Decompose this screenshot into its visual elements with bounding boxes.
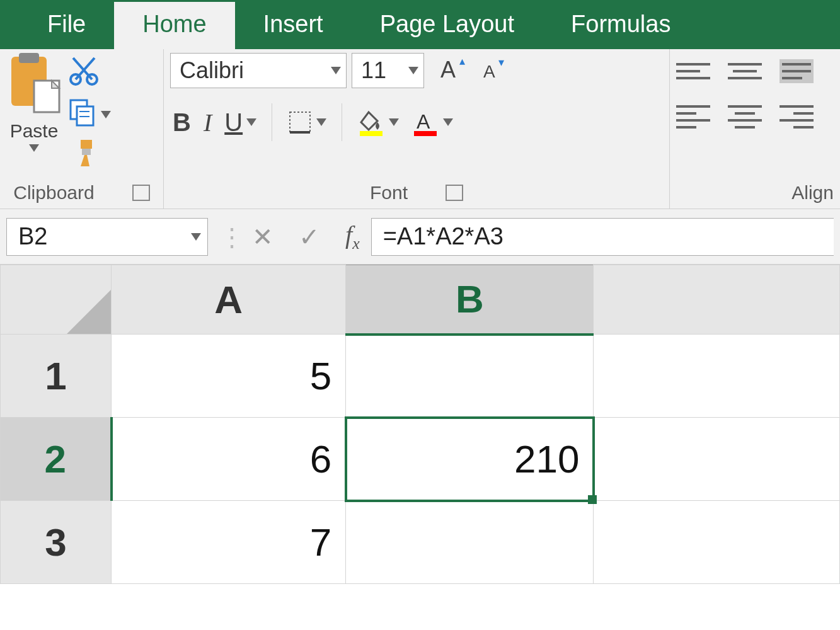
svg-rect-11 [81,140,92,149]
cell-b2[interactable]: 210 [346,418,594,501]
clipboard-group-label: Clipboard [13,182,94,203]
fill-handle[interactable] [588,495,597,504]
name-box[interactable]: B2 [6,218,208,256]
fill-color-button[interactable] [357,108,399,136]
ribbon-tab-strip: File Home Insert Page Layout Formulas [0,0,840,49]
column-header-a[interactable]: A [112,265,346,335]
formula-bar: B2 ⋮ ✕ ✓ fx =A1*A2*A3 [0,209,840,265]
font-size-combo[interactable]: 11 [352,53,424,88]
paintbrush-icon [68,137,100,173]
select-all-corner[interactable] [1,265,112,335]
separator [272,103,272,141]
svg-line-5 [76,58,95,79]
svg-text:▾: ▾ [498,56,504,69]
copy-icon [68,98,97,131]
scissors-icon [68,55,100,91]
align-center-icon[interactable] [728,105,762,129]
font-color-button[interactable]: A [411,108,453,136]
paste-button[interactable]: Paste [6,53,62,152]
cell-a2[interactable]: 6 [112,418,346,501]
font-color-dropdown-icon[interactable] [443,118,453,126]
svg-rect-21 [414,131,437,136]
tab-file[interactable]: File [19,2,114,49]
font-group-label: Font [370,182,408,203]
tab-insert[interactable]: Insert [235,2,352,49]
font-name-combo[interactable]: Calibri [170,53,347,88]
decrease-font-icon[interactable]: A▾ [483,54,514,88]
row-header-2[interactable]: 2 [1,418,112,501]
clipboard-launcher-icon[interactable] [132,185,150,201]
svg-text:▴: ▴ [459,55,465,67]
worksheet-grid: A B 1 5 2 6 210 3 7 [0,265,840,584]
cancel-formula-icon[interactable]: ✕ [252,222,273,251]
column-header-next[interactable] [594,265,840,335]
increase-font-icon[interactable]: A▴ [440,54,471,88]
svg-text:A: A [417,110,430,133]
svg-rect-19 [360,131,383,136]
clipboard-icon [6,53,62,118]
name-box-value: B2 [18,223,47,250]
font-size-value: 11 [361,57,386,84]
font-launcher-icon[interactable] [446,185,463,201]
tab-page-layout[interactable]: Page Layout [352,2,543,49]
align-top-icon[interactable] [676,59,710,83]
svg-rect-1 [19,53,39,63]
column-header-b[interactable]: B [346,265,594,335]
svg-rect-17 [290,112,310,132]
borders-dropdown-icon[interactable] [316,118,326,126]
formula-bar-handle-icon[interactable]: ⋮ [219,222,241,251]
copy-dropdown-icon[interactable] [101,111,111,118]
formula-input[interactable]: =A1*A2*A3 [371,218,834,256]
cell-a1[interactable]: 5 [112,335,346,418]
align-middle-icon[interactable] [728,59,762,83]
underline-dropdown-icon[interactable] [246,118,256,126]
row-header-1[interactable]: 1 [1,335,112,418]
format-painter-button[interactable] [68,137,111,173]
ribbon: Paste [0,49,840,209]
cell-b3[interactable] [346,501,594,584]
separator [342,103,342,141]
group-font: Calibri 11 A▴ A▾ B I [164,49,670,209]
align-left-icon[interactable] [676,105,710,129]
font-size-dropdown-icon[interactable] [408,67,418,74]
bold-button[interactable]: B [173,108,191,137]
tab-formulas[interactable]: Formulas [543,2,699,49]
underline-button[interactable]: U [224,108,256,137]
name-box-dropdown-icon[interactable] [191,233,201,241]
copy-button[interactable] [68,98,111,131]
enter-formula-icon[interactable]: ✓ [299,222,320,251]
cut-button[interactable] [68,55,111,91]
svg-line-6 [73,58,92,79]
font-name-dropdown-icon[interactable] [331,67,341,74]
insert-function-icon[interactable]: fx [345,220,360,253]
tab-home[interactable]: Home [114,2,234,49]
formula-text: =A1*A2*A3 [383,223,503,250]
cell-c2[interactable] [594,418,840,501]
svg-text:A: A [440,57,456,83]
paste-dropdown-icon[interactable] [29,144,39,152]
borders-button[interactable] [287,110,326,135]
fill-color-dropdown-icon[interactable] [389,118,399,126]
font-name-value: Calibri [180,57,244,84]
italic-button[interactable]: I [204,108,212,137]
align-right-icon[interactable] [780,105,814,129]
group-alignment: Align [670,49,840,209]
paste-label: Paste [10,120,59,142]
cell-b1[interactable] [346,335,594,418]
cell-b2-value: 210 [514,437,579,481]
alignment-group-label: Align [791,182,834,203]
cell-c3[interactable] [594,501,840,584]
svg-text:A: A [483,62,495,81]
align-bottom-icon[interactable] [780,59,814,83]
svg-rect-12 [82,149,91,155]
cell-a3[interactable]: 7 [112,501,346,584]
cell-c1[interactable] [594,335,840,418]
row-header-3[interactable]: 3 [1,501,112,584]
group-clipboard: Paste [0,49,164,209]
